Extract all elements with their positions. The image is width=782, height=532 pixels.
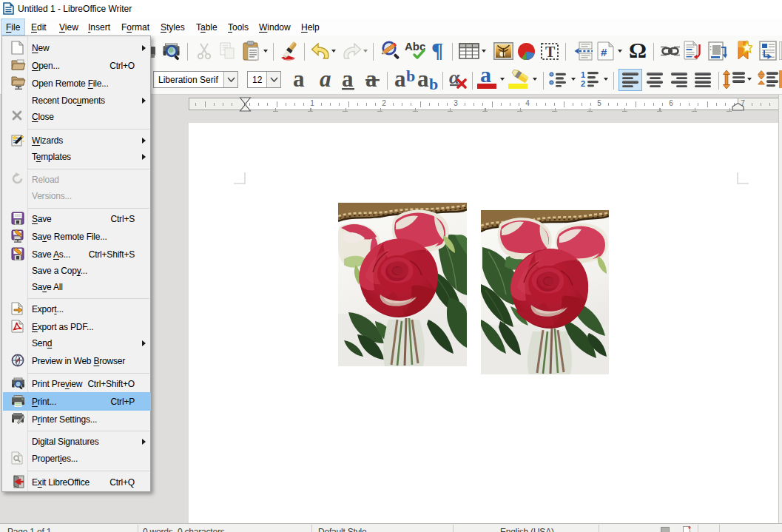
svg-text:b: b (429, 75, 438, 90)
svg-text:1: 1 (581, 70, 585, 79)
svg-text:Ω: Ω (630, 40, 647, 60)
svg-text:a: a (394, 70, 406, 90)
svg-text:a: a (342, 70, 354, 90)
svg-text:2: 2 (581, 79, 585, 88)
svg-text:T: T (545, 44, 556, 60)
svg-text:a: a (293, 70, 305, 90)
svg-text:¶: ¶ (431, 41, 443, 60)
svg-text:a: a (480, 67, 491, 84)
svg-text:a: a (320, 70, 331, 90)
svg-text:b: b (406, 70, 415, 85)
svg-text:a: a (417, 70, 429, 90)
svg-text:#: # (601, 46, 607, 58)
